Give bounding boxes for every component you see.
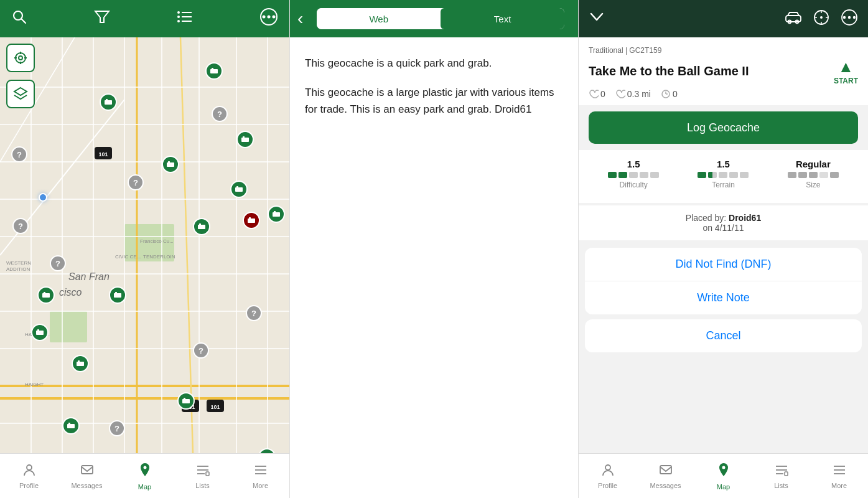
geocache-pin[interactable] <box>177 392 195 410</box>
right-tab-lists-label: Lists <box>774 482 788 489</box>
cache-meta: 0 0.3 mi 0 <box>589 89 858 99</box>
svg-rect-98 <box>206 472 209 476</box>
tab-lists[interactable]: Lists <box>184 463 222 489</box>
filter-icon[interactable] <box>94 9 110 29</box>
right-tab-lists[interactable]: Lists <box>763 463 800 489</box>
svg-point-7 <box>177 20 180 22</box>
geocache-pin[interactable] <box>162 156 179 173</box>
right-tab-profile-label: Profile <box>598 482 617 489</box>
geocache-pin-selected[interactable] <box>243 212 260 229</box>
tab-profile[interactable]: Profile <box>11 463 48 489</box>
stats-section: 1.5 Difficulty 1.5 <box>579 150 868 203</box>
geocache-pin[interactable] <box>109 286 126 304</box>
placed-by-text: Placed by: Droid61 <box>686 213 761 223</box>
tab-more[interactable]: More <box>242 463 279 489</box>
more-icon[interactable] <box>259 7 278 30</box>
cancel-button[interactable]: Cancel <box>585 319 862 352</box>
size-label: Size <box>806 181 820 189</box>
svg-rect-73 <box>274 211 276 213</box>
terrain-stat: 1.5 Terrain <box>698 159 749 189</box>
map-footer: Profile Messages Map <box>0 453 289 498</box>
tab-more-label: More <box>253 482 268 489</box>
geocache-pin[interactable] <box>268 205 285 223</box>
bar-5 <box>830 172 839 178</box>
dnf-button[interactable]: Did Not Find (DNF) <box>585 248 862 281</box>
svg-rect-64 <box>105 100 112 105</box>
right-lists-icon <box>775 463 788 480</box>
svg-rect-74 <box>248 218 255 223</box>
mystery-pin[interactable]: ? <box>11 146 27 162</box>
geocache-pin[interactable] <box>72 355 89 372</box>
svg-text:101: 101 <box>210 404 220 410</box>
svg-marker-61 <box>14 88 27 95</box>
list-icon[interactable] <box>177 10 193 27</box>
difficulty-meta: 0 <box>661 89 678 99</box>
mystery-pin[interactable]: ? <box>50 255 66 271</box>
geocache-pin[interactable] <box>100 93 117 111</box>
bar-3 <box>809 172 818 178</box>
svg-rect-70 <box>235 187 243 192</box>
bar-1 <box>698 172 706 178</box>
svg-rect-85 <box>78 360 80 362</box>
text-tab[interactable]: Text <box>441 8 564 29</box>
tab-map[interactable]: Map <box>126 462 164 491</box>
mystery-pin[interactable]: ? <box>12 218 29 234</box>
right-tab-more[interactable]: More <box>821 463 858 489</box>
geocache-pin[interactable] <box>230 181 248 198</box>
geocache-pin[interactable] <box>37 286 55 304</box>
tab-messages[interactable]: Messages <box>68 463 106 489</box>
geocache-pin[interactable] <box>193 218 210 235</box>
dropdown-button[interactable] <box>589 9 605 29</box>
right-tab-map-label: Map <box>717 483 730 491</box>
right-map-icon <box>717 462 730 481</box>
map-body[interactable]: 101 101 101 San Fran cisco WESTERN ADDIT… <box>0 37 289 453</box>
compass-icon[interactable] <box>813 9 829 29</box>
svg-point-55 <box>16 53 26 63</box>
write-note-button[interactable]: Write Note <box>585 281 862 314</box>
right-more-icon[interactable] <box>841 9 858 29</box>
svg-rect-82 <box>36 331 44 335</box>
back-button[interactable]: ‹ <box>297 10 303 27</box>
bar-2 <box>708 172 717 178</box>
svg-text:cisco: cisco <box>59 287 82 298</box>
log-geocache-button[interactable]: Log Geocache <box>589 111 858 144</box>
web-tab[interactable]: Web <box>317 8 441 29</box>
map-panel: 101 101 101 San Fran cisco WESTERN ADDIT… <box>0 0 289 498</box>
search-icon[interactable] <box>11 9 27 29</box>
description-paragraph-1: This geocache is a quick park and grab. <box>305 55 563 72</box>
svg-rect-15 <box>50 311 87 342</box>
svg-rect-75 <box>249 217 251 219</box>
svg-point-118 <box>605 465 610 470</box>
layers-button[interactable] <box>6 80 35 108</box>
svg-text:TENDERLOIN: TENDERLOIN <box>143 254 175 260</box>
svg-rect-68 <box>167 162 174 167</box>
right-tab-profile[interactable]: Profile <box>589 463 627 489</box>
mystery-pin[interactable]: ? <box>128 174 144 190</box>
middle-body: This geocache is a quick park and grab. … <box>290 37 578 498</box>
geocache-pin[interactable] <box>205 62 223 80</box>
mystery-pin[interactable]: ? <box>212 106 228 122</box>
geocache-pin[interactable] <box>31 324 49 341</box>
mystery-pin[interactable]: ? <box>246 305 262 321</box>
svg-rect-63 <box>212 68 213 70</box>
right-header <box>579 0 868 37</box>
car-icon[interactable] <box>785 11 802 27</box>
svg-rect-69 <box>168 161 170 163</box>
mystery-pin[interactable]: ? <box>193 342 209 359</box>
geocache-pin[interactable] <box>62 417 80 435</box>
target-location-button[interactable] <box>6 44 35 72</box>
cancel-card: Cancel <box>585 319 862 352</box>
start-button[interactable]: ▲ START <box>834 57 858 85</box>
difficulty-label: Difficulty <box>620 181 648 189</box>
svg-text:HAIGHT: HAIGHT <box>25 382 44 387</box>
svg-point-92 <box>27 465 32 470</box>
svg-rect-78 <box>42 293 50 298</box>
right-tab-map[interactable]: Map <box>705 462 742 491</box>
right-tab-messages[interactable]: Messages <box>647 463 684 489</box>
right-tab-messages-label: Messages <box>650 482 681 489</box>
difficulty-bars <box>608 172 659 178</box>
geocache-pin[interactable] <box>236 131 254 148</box>
svg-rect-72 <box>273 212 280 217</box>
mystery-pin[interactable]: ? <box>109 420 125 436</box>
user-location <box>39 193 47 202</box>
